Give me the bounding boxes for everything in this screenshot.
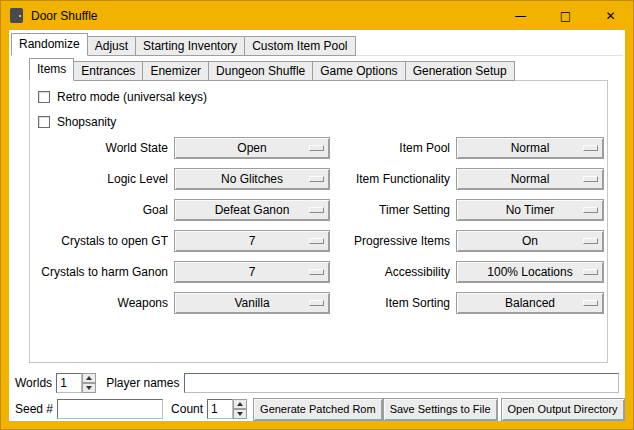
weapons-label: Weapons (36, 296, 168, 310)
accessibility-label: Accessibility (336, 265, 450, 279)
dropdown-indicator-icon (309, 145, 324, 151)
dropdown-indicator-icon (583, 238, 598, 244)
options-grid: World State Open Item Pool Normal Logic … (30, 137, 607, 314)
crystals-harm-ganon-label: Crystals to harm Ganon (36, 265, 168, 279)
progressive-items-value: On (522, 234, 538, 248)
worlds-label: Worlds (15, 376, 52, 390)
dropdown-indicator-icon (309, 269, 324, 275)
dropdown-indicator-icon (583, 176, 598, 182)
item-pool-dropdown[interactable]: Normal (456, 137, 604, 159)
worlds-spin-buttons (82, 373, 96, 393)
dropdown-indicator-icon (583, 300, 598, 306)
timer-setting-value: No Timer (506, 203, 555, 217)
dropdown-indicator-icon (583, 269, 598, 275)
logic-level-label: Logic Level (36, 172, 168, 186)
randomize-tab-pane: Items Entrances Enemizer Dungeon Shuffle… (11, 55, 623, 419)
player-names-label: Player names (106, 376, 179, 390)
maximize-button[interactable]: □ (543, 1, 588, 30)
goal-value: Defeat Ganon (215, 203, 290, 217)
item-sorting-value: Balanced (505, 296, 555, 310)
crystals-open-gt-label: Crystals to open GT (36, 234, 168, 248)
item-functionality-dropdown[interactable]: Normal (456, 168, 604, 190)
count-label: Count (171, 402, 203, 416)
world-state-label: World State (36, 141, 168, 155)
world-state-value: Open (237, 141, 266, 155)
item-pool-value: Normal (511, 141, 550, 155)
open-output-directory-button[interactable]: Open Output Directory (501, 398, 625, 421)
timer-setting-dropdown[interactable]: No Timer (456, 199, 604, 221)
shopsanity-label: Shopsanity (57, 115, 116, 129)
tab-dungeon-shuffle[interactable]: Dungeon Shuffle (208, 61, 313, 81)
tab-generation-setup[interactable]: Generation Setup (405, 61, 515, 81)
tab-adjust[interactable]: Adjust (87, 36, 136, 56)
item-sorting-label: Item Sorting (336, 296, 450, 310)
arrow-down-icon (237, 412, 243, 416)
app-icon (10, 8, 23, 23)
close-button[interactable]: ✕ (588, 1, 633, 30)
minimize-button[interactable]: — (498, 1, 543, 30)
crystals-open-gt-dropdown[interactable]: 7 (174, 230, 330, 252)
seed-label: Seed # (15, 402, 53, 416)
shopsanity-checkbox[interactable] (38, 116, 50, 128)
worlds-input[interactable] (56, 373, 82, 393)
tab-randomize[interactable]: Randomize (11, 33, 88, 56)
main-tab-bar: Randomize Adjust Starting Inventory Cust… (11, 33, 355, 56)
count-spin-buttons (233, 399, 247, 419)
seed-input[interactable] (57, 399, 163, 419)
tab-entrances[interactable]: Entrances (73, 61, 143, 81)
tab-enemizer[interactable]: Enemizer (142, 61, 209, 81)
accessibility-value: 100% Locations (487, 265, 572, 279)
goal-label: Goal (36, 203, 168, 217)
tab-starting-inventory[interactable]: Starting Inventory (135, 36, 245, 56)
dropdown-indicator-icon (583, 145, 598, 151)
tab-items[interactable]: Items (29, 58, 74, 81)
item-functionality-label: Item Functionality (336, 172, 450, 186)
tab-game-options[interactable]: Game Options (312, 61, 405, 81)
retro-mode-label: Retro mode (universal keys) (57, 90, 207, 104)
player-names-input[interactable] (184, 373, 620, 393)
weapons-dropdown[interactable]: Vanilla (174, 292, 330, 314)
worlds-row: Worlds Player names (13, 372, 621, 394)
items-tab-pane: Retro mode (universal keys) Shopsanity W… (29, 80, 608, 363)
titlebar: Door Shuffle — □ ✕ (1, 1, 633, 30)
arrow-up-icon (237, 402, 243, 406)
retro-mode-row[interactable]: Retro mode (universal keys) (38, 89, 607, 105)
window-title: Door Shuffle (31, 9, 98, 23)
item-functionality-value: Normal (511, 172, 550, 186)
worlds-spinner[interactable] (56, 373, 96, 393)
accessibility-dropdown[interactable]: 100% Locations (456, 261, 604, 283)
dropdown-indicator-icon (583, 207, 598, 213)
seed-row: Seed # Count Generate Patched Rom Save S… (13, 397, 621, 421)
count-spin-up-button[interactable] (233, 399, 247, 409)
dropdown-indicator-icon (309, 207, 324, 213)
sub-tab-bar: Items Entrances Enemizer Dungeon Shuffle… (29, 58, 514, 81)
worlds-spin-up-button[interactable] (82, 373, 96, 383)
logic-level-dropdown[interactable]: No Glitches (174, 168, 330, 190)
door-shuffle-window: Door Shuffle — □ ✕ Randomize Adjust Star… (0, 0, 634, 430)
goal-dropdown[interactable]: Defeat Ganon (174, 199, 330, 221)
logic-level-value: No Glitches (221, 172, 283, 186)
shopsanity-row[interactable]: Shopsanity (38, 114, 607, 130)
weapons-value: Vanilla (234, 296, 269, 310)
count-input[interactable] (207, 399, 233, 419)
save-settings-button[interactable]: Save Settings to File (383, 398, 498, 421)
world-state-dropdown[interactable]: Open (174, 137, 330, 159)
dropdown-indicator-icon (309, 300, 324, 306)
item-sorting-dropdown[interactable]: Balanced (456, 292, 604, 314)
count-spinner[interactable] (207, 399, 247, 419)
crystals-harm-ganon-dropdown[interactable]: 7 (174, 261, 330, 283)
item-pool-label: Item Pool (336, 141, 450, 155)
arrow-up-icon (86, 376, 92, 380)
dropdown-indicator-icon (309, 176, 324, 182)
generate-patched-rom-button[interactable]: Generate Patched Rom (253, 398, 383, 421)
progressive-items-dropdown[interactable]: On (456, 230, 604, 252)
tab-custom-item-pool[interactable]: Custom Item Pool (244, 36, 355, 56)
worlds-spin-down-button[interactable] (82, 383, 96, 393)
dropdown-indicator-icon (309, 238, 324, 244)
window-body: Randomize Adjust Starting Inventory Cust… (9, 30, 625, 421)
arrow-down-icon (86, 386, 92, 390)
count-spin-down-button[interactable] (233, 409, 247, 419)
crystals-open-gt-value: 7 (249, 234, 256, 248)
retro-mode-checkbox[interactable] (38, 91, 50, 103)
timer-setting-label: Timer Setting (336, 203, 450, 217)
